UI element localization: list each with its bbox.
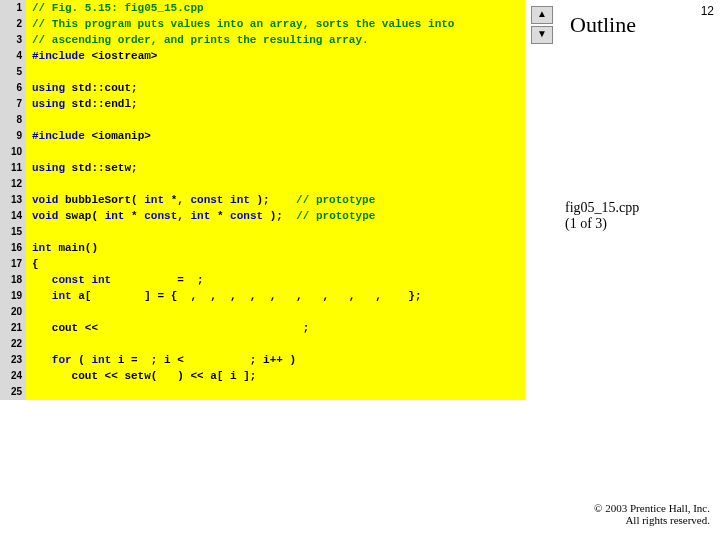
line-number: 13 xyxy=(0,192,26,208)
scroll-down-button[interactable]: ▼ xyxy=(531,26,553,44)
line-number: 17 xyxy=(0,256,26,272)
code-text xyxy=(26,144,32,160)
figure-label: fig05_15.cpp (1 of 3) xyxy=(565,200,639,232)
code-text: int a[ ] = { , , , , , , , , , }; xyxy=(26,288,421,304)
code-text xyxy=(26,224,32,240)
scroll-buttons: ▲ ▼ xyxy=(531,6,553,46)
line-number: 25 xyxy=(0,384,26,400)
code-line: 19 int a[ ] = { , , , , , , , , , }; xyxy=(0,288,525,304)
code-text xyxy=(26,112,32,128)
code-line: 18 const int = ; xyxy=(0,272,525,288)
line-number: 21 xyxy=(0,320,26,336)
line-number: 10 xyxy=(0,144,26,160)
code-text: // This program puts values into an arra… xyxy=(26,16,454,32)
figure-label-part: (1 of 3) xyxy=(565,216,607,231)
code-line: 6using std::cout; xyxy=(0,80,525,96)
line-number: 9 xyxy=(0,128,26,144)
code-text: using std::cout; xyxy=(26,80,138,96)
code-text: #include <iostream> xyxy=(26,48,157,64)
side-panel: ▲ ▼ Outline 12 fig05_15.cpp (1 of 3) xyxy=(525,0,720,540)
line-number: 3 xyxy=(0,32,26,48)
code-panel: 1// Fig. 5.15: fig05_15.cpp2// This prog… xyxy=(0,0,525,400)
code-text xyxy=(26,64,32,80)
code-text: // ascending order, and prints the resul… xyxy=(26,32,369,48)
code-line: 13void bubbleSort( int *, const int ); /… xyxy=(0,192,525,208)
code-line: 2// This program puts values into an arr… xyxy=(0,16,525,32)
line-number: 2 xyxy=(0,16,26,32)
line-number: 1 xyxy=(0,0,26,16)
line-number: 20 xyxy=(0,304,26,320)
code-text xyxy=(26,176,32,192)
code-text: int main() xyxy=(26,240,98,256)
copyright-line2: All rights reserved. xyxy=(625,514,710,526)
code-text: { xyxy=(26,256,39,272)
line-number: 8 xyxy=(0,112,26,128)
code-text: void bubbleSort( int *, const int ); // … xyxy=(26,192,375,208)
code-text: // Fig. 5.15: fig05_15.cpp xyxy=(26,0,204,16)
code-line: 11using std::setw; xyxy=(0,160,525,176)
code-text xyxy=(26,304,32,320)
line-number: 7 xyxy=(0,96,26,112)
code-text: using std::endl; xyxy=(26,96,138,112)
code-line: 7using std::endl; xyxy=(0,96,525,112)
code-line: 17{ xyxy=(0,256,525,272)
copyright: © 2003 Prentice Hall, Inc. All rights re… xyxy=(560,502,710,526)
line-number: 14 xyxy=(0,208,26,224)
code-text: for ( int i = ; i < ; i++ ) xyxy=(26,352,296,368)
code-line: 3// ascending order, and prints the resu… xyxy=(0,32,525,48)
code-line: 8 xyxy=(0,112,525,128)
line-number: 5 xyxy=(0,64,26,80)
code-line: 21 cout << ; xyxy=(0,320,525,336)
line-number: 24 xyxy=(0,368,26,384)
code-line: 5 xyxy=(0,64,525,80)
code-line: 23 for ( int i = ; i < ; i++ ) xyxy=(0,352,525,368)
code-line: 14void swap( int * const, int * const );… xyxy=(0,208,525,224)
code-text xyxy=(26,336,32,352)
slide: 1// Fig. 5.15: fig05_15.cpp2// This prog… xyxy=(0,0,720,540)
code-line: 24 cout << setw( ) << a[ i ]; xyxy=(0,368,525,384)
code-text: #include <iomanip> xyxy=(26,128,151,144)
code-line: 15 xyxy=(0,224,525,240)
line-number: 23 xyxy=(0,352,26,368)
code-line: 4#include <iostream> xyxy=(0,48,525,64)
scroll-up-button[interactable]: ▲ xyxy=(531,6,553,24)
line-number: 11 xyxy=(0,160,26,176)
page-number: 12 xyxy=(701,4,714,18)
code-line: 20 xyxy=(0,304,525,320)
code-line: 22 xyxy=(0,336,525,352)
line-number: 12 xyxy=(0,176,26,192)
code-line: 10 xyxy=(0,144,525,160)
line-number: 18 xyxy=(0,272,26,288)
code-text: using std::setw; xyxy=(26,160,138,176)
code-text: const int = ; xyxy=(26,272,204,288)
figure-label-filename: fig05_15.cpp xyxy=(565,200,639,215)
code-text: cout << setw( ) << a[ i ]; xyxy=(26,368,256,384)
code-text: void swap( int * const, int * const ); /… xyxy=(26,208,375,224)
line-number: 22 xyxy=(0,336,26,352)
code-text xyxy=(26,384,32,400)
code-line: 25 xyxy=(0,384,525,400)
line-number: 19 xyxy=(0,288,26,304)
copyright-line1: © 2003 Prentice Hall, Inc. xyxy=(594,502,710,514)
code-line: 12 xyxy=(0,176,525,192)
code-line: 16int main() xyxy=(0,240,525,256)
line-number: 15 xyxy=(0,224,26,240)
outline-heading: Outline xyxy=(570,12,636,38)
code-line: 1// Fig. 5.15: fig05_15.cpp xyxy=(0,0,525,16)
code-line: 9#include <iomanip> xyxy=(0,128,525,144)
code-text: cout << ; xyxy=(26,320,309,336)
line-number: 16 xyxy=(0,240,26,256)
line-number: 6 xyxy=(0,80,26,96)
line-number: 4 xyxy=(0,48,26,64)
